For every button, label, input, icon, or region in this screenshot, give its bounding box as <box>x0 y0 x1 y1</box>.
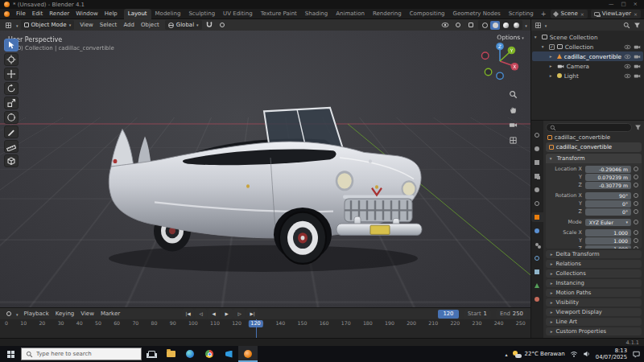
measure-tool[interactable] <box>4 140 19 153</box>
timeline-menu-item[interactable]: Keying <box>52 309 78 319</box>
scale-tool[interactable] <box>4 97 19 109</box>
material-shading-button[interactable] <box>501 21 510 30</box>
end-frame-field[interactable]: End 250 <box>496 310 527 319</box>
physics-tab[interactable] <box>531 253 543 263</box>
ortho-toggle-icon[interactable] <box>509 136 518 145</box>
workspace-tab[interactable]: Texture Paint <box>257 9 301 19</box>
vscode-icon[interactable] <box>219 346 238 362</box>
transform-tool[interactable] <box>4 111 19 124</box>
wireframe-shading-button[interactable] <box>480 21 489 30</box>
snap-magnet-icon[interactable] <box>204 20 215 30</box>
orientation-dropdown[interactable]: Global <box>165 20 202 30</box>
field-value[interactable]: -0.29046 m <box>585 166 631 173</box>
jump-to-end-button[interactable] <box>246 309 258 319</box>
add-workspace-button[interactable]: + <box>538 9 550 19</box>
playhead[interactable]: 120 <box>256 319 257 338</box>
collapsed-section[interactable]: Motion Paths <box>546 289 642 297</box>
search-icon[interactable] <box>623 22 630 29</box>
edge-browser-icon[interactable] <box>180 346 200 362</box>
workspace-tab[interactable]: Rendering <box>369 9 406 19</box>
blender-taskbar-icon[interactable] <box>238 346 258 362</box>
render-camera-icon[interactable] <box>634 72 641 80</box>
menu-item[interactable]: Window <box>72 9 101 19</box>
timeline-menu-item[interactable]: View <box>77 309 97 319</box>
workspace-tab[interactable]: Shading <box>301 9 332 19</box>
field-value[interactable]: XYZ Euler <box>585 219 631 226</box>
object-name-field[interactable]: cadillac_convertible <box>546 142 642 151</box>
cursor-tool[interactable] <box>4 53 19 66</box>
collapsed-section[interactable]: Collections <box>546 269 642 278</box>
viewport-menu-item[interactable]: Object <box>138 20 163 31</box>
render-tab[interactable] <box>531 144 543 154</box>
start-frame-field[interactable]: Start 1 <box>464 310 491 319</box>
outliner-row-light[interactable]: Light <box>532 71 643 80</box>
wifi-icon[interactable] <box>570 350 578 358</box>
file-explorer-icon[interactable] <box>161 346 180 362</box>
transform-panel-header[interactable]: Transform <box>546 154 642 163</box>
blender-app-menu-icon[interactable] <box>0 11 13 17</box>
filter-icon[interactable] <box>634 22 641 29</box>
gizmos-toggle-icon[interactable] <box>452 20 463 30</box>
object-visibility-icon[interactable] <box>440 20 450 30</box>
workspace-tab[interactable]: Scripting <box>505 9 538 19</box>
pan-hand-icon[interactable] <box>509 105 518 114</box>
maximize-button[interactable] <box>621 2 625 7</box>
particles-tab[interactable] <box>531 240 543 249</box>
scene-tab[interactable] <box>531 185 543 195</box>
outliner-row-camera[interactable]: Camera <box>532 61 643 71</box>
editor-type-chevron-icon[interactable] <box>16 22 19 29</box>
eye-icon[interactable] <box>624 63 631 70</box>
shading-options-chevron-icon[interactable] <box>525 22 527 29</box>
timeline-editor-icon[interactable] <box>3 309 14 319</box>
menu-item[interactable]: Render <box>46 9 72 19</box>
zoom-icon[interactable] <box>509 90 518 99</box>
taskbar-search-input[interactable] <box>36 351 137 357</box>
navigation-gizmo[interactable]: Z X Y <box>479 40 521 84</box>
workspace-tab[interactable]: Sculpting <box>184 9 219 19</box>
play-reverse-button[interactable] <box>208 309 220 319</box>
overlays-toggle-icon[interactable] <box>465 20 476 30</box>
collapsed-section[interactable]: Instancing <box>546 279 642 287</box>
workspace-tab[interactable]: Compositing <box>406 9 449 19</box>
timeline-ruler[interactable]: 0102030405060708090100110120130140150160… <box>0 319 530 338</box>
collapsed-section[interactable]: Viewport Display <box>546 308 642 316</box>
tray-expand-icon[interactable] <box>506 352 508 357</box>
field-value[interactable]: 0° <box>585 208 631 216</box>
render-camera-icon[interactable] <box>634 43 641 51</box>
notification-center-icon[interactable] <box>632 350 641 359</box>
solid-shading-button[interactable] <box>490 21 500 30</box>
output-tab[interactable] <box>531 158 543 167</box>
collapsed-section[interactable]: Line Art <box>546 318 642 326</box>
timeline-menu-item[interactable]: Marker <box>97 309 123 319</box>
annotate-tool[interactable] <box>4 125 19 138</box>
disclosure-icon[interactable] <box>550 73 555 78</box>
properties-search-input[interactable] <box>559 125 628 131</box>
field-value[interactable]: 1.000 <box>585 237 631 245</box>
start-button[interactable] <box>0 346 21 362</box>
scene-selector[interactable]: Scene <box>551 10 587 19</box>
world-tab[interactable] <box>531 199 543 208</box>
play-button[interactable] <box>221 309 233 319</box>
taskbar-search[interactable] <box>21 348 142 360</box>
car-model[interactable] <box>98 76 436 281</box>
tool-tab[interactable] <box>531 130 543 140</box>
field-value[interactable]: 0.079239 m <box>585 174 631 181</box>
viewport-menu-item[interactable]: View <box>76 20 97 31</box>
editor-type-icon[interactable] <box>3 20 14 30</box>
object-tab[interactable] <box>531 212 543 222</box>
menu-item[interactable]: Edit <box>29 9 47 19</box>
field-value[interactable]: -0.30779 m <box>585 182 631 189</box>
proportional-editing-icon[interactable] <box>217 20 228 30</box>
weather-widget[interactable]: 22°C Berawan <box>513 351 565 358</box>
minimize-button[interactable] <box>609 2 614 7</box>
workspace-tab[interactable]: UV Editing <box>219 9 257 19</box>
object-data-tab[interactable] <box>531 281 543 290</box>
eye-icon[interactable] <box>624 53 631 60</box>
properties-search-field[interactable] <box>546 123 632 132</box>
collection-checkbox[interactable] <box>549 44 555 50</box>
collapsed-section[interactable]: Delta Transform <box>546 250 642 258</box>
viewport-menu-item[interactable]: Select <box>97 20 121 31</box>
field-value[interactable]: 1.000 <box>585 229 631 237</box>
modifiers-tab[interactable] <box>531 226 543 236</box>
current-frame-field[interactable]: 120 <box>438 310 459 319</box>
